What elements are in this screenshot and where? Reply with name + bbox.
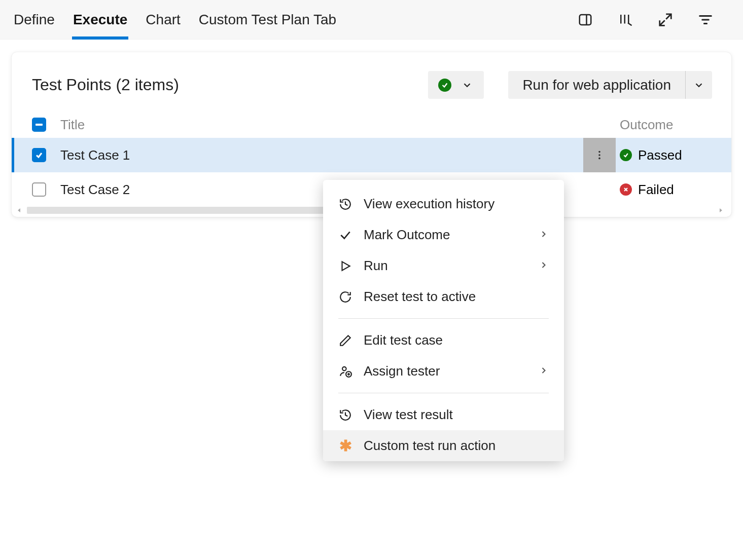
svg-line-5 bbox=[666, 14, 671, 19]
menu-item-run[interactable]: Run bbox=[323, 250, 564, 281]
chevron-down-icon bbox=[693, 80, 704, 91]
tab-chart[interactable]: Chart bbox=[145, 0, 181, 39]
history-icon bbox=[338, 197, 352, 211]
chevron-right-icon bbox=[539, 229, 549, 241]
refresh-icon bbox=[338, 290, 352, 304]
menu-label: Custom test run action bbox=[364, 438, 549, 454]
svg-rect-0 bbox=[580, 15, 591, 25]
menu-item-custom-test-run-action[interactable]: ✱ Custom test run action bbox=[323, 430, 564, 461]
outcome-label: Failed bbox=[638, 182, 674, 198]
passed-status-icon bbox=[438, 79, 451, 92]
tab-execute[interactable]: Execute bbox=[72, 0, 128, 39]
row-title: Test Case 1 bbox=[60, 147, 583, 163]
column-header-outcome[interactable]: Outcome bbox=[620, 117, 711, 133]
assign-person-icon bbox=[338, 364, 352, 379]
menu-label: Run bbox=[364, 258, 527, 274]
tab-define[interactable]: Define bbox=[13, 0, 56, 39]
select-all-checkbox[interactable] bbox=[32, 118, 46, 132]
svg-line-6 bbox=[660, 20, 665, 25]
more-vertical-icon bbox=[594, 150, 605, 161]
asterisk-icon: ✱ bbox=[338, 439, 352, 453]
pencil-icon bbox=[338, 333, 352, 348]
table-row[interactable]: Test Case 1 Passed bbox=[12, 138, 731, 172]
menu-label: Mark Outcome bbox=[364, 227, 527, 243]
passed-status-icon bbox=[620, 149, 632, 161]
tabs-group: Define Execute Chart Custom Test Plan Ta… bbox=[13, 0, 337, 39]
scrollbar-thumb[interactable] bbox=[27, 207, 331, 214]
chevron-right-icon bbox=[539, 365, 549, 378]
menu-label: View execution history bbox=[364, 196, 549, 212]
svg-point-11 bbox=[598, 154, 600, 156]
menu-item-assign-tester[interactable]: Assign tester bbox=[323, 356, 564, 387]
menu-label: View test result bbox=[364, 407, 549, 423]
menu-divider bbox=[338, 318, 549, 319]
panel-header: Test Points (2 items) Run for web applic… bbox=[12, 52, 731, 111]
chevron-right-icon bbox=[539, 260, 549, 272]
menu-item-view-test-result[interactable]: View test result bbox=[323, 399, 564, 430]
row-checkbox[interactable] bbox=[32, 148, 46, 162]
fullscreen-icon[interactable] bbox=[657, 11, 674, 28]
menu-item-reset-test-to-active[interactable]: Reset test to active bbox=[323, 281, 564, 312]
tab-custom-test-plan[interactable]: Custom Test Plan Tab bbox=[198, 0, 337, 39]
outcome-dropdown-button[interactable] bbox=[428, 71, 484, 99]
history-icon bbox=[338, 408, 352, 422]
tabbar-actions bbox=[577, 11, 730, 28]
row-checkbox[interactable] bbox=[32, 182, 46, 197]
side-panel-toggle-icon[interactable] bbox=[577, 11, 594, 28]
svg-point-10 bbox=[598, 151, 600, 153]
menu-divider bbox=[338, 393, 549, 393]
run-button-label: Run for web application bbox=[508, 77, 685, 93]
menu-label: Assign tester bbox=[364, 363, 527, 379]
row-context-menu: View execution history Mark Outcome Run … bbox=[323, 180, 564, 461]
row-outcome: Passed bbox=[620, 147, 711, 163]
scroll-left-arrow-icon[interactable] bbox=[17, 206, 25, 214]
svg-point-21 bbox=[342, 366, 346, 370]
svg-marker-18 bbox=[18, 208, 20, 212]
menu-label: Edit test case bbox=[364, 332, 549, 348]
chevron-down-icon bbox=[462, 80, 473, 91]
panel-title: Test Points (2 items) bbox=[32, 76, 179, 94]
menu-item-mark-outcome[interactable]: Mark Outcome bbox=[323, 219, 564, 250]
svg-marker-20 bbox=[342, 262, 350, 270]
menu-item-edit-test-case[interactable]: Edit test case bbox=[323, 325, 564, 356]
row-outcome: Failed bbox=[620, 182, 711, 198]
failed-status-icon bbox=[620, 183, 632, 196]
column-header-title[interactable]: Title bbox=[60, 117, 620, 133]
run-button-split[interactable] bbox=[685, 71, 712, 99]
outcome-label: Passed bbox=[638, 147, 682, 163]
svg-marker-19 bbox=[720, 208, 722, 212]
check-icon bbox=[338, 228, 352, 242]
svg-point-12 bbox=[598, 158, 600, 160]
scroll-right-arrow-icon[interactable] bbox=[718, 206, 726, 214]
row-more-actions-button[interactable] bbox=[583, 138, 616, 172]
play-icon bbox=[338, 259, 352, 273]
table-header: Title Outcome bbox=[12, 111, 731, 138]
run-for-web-application-button[interactable]: Run for web application bbox=[508, 71, 712, 99]
tabbar: Define Execute Chart Custom Test Plan Ta… bbox=[0, 0, 743, 40]
column-settings-icon[interactable] bbox=[617, 11, 634, 28]
menu-item-view-execution-history[interactable]: View execution history bbox=[323, 189, 564, 219]
filter-icon[interactable] bbox=[697, 11, 714, 28]
menu-label: Reset test to active bbox=[364, 289, 549, 305]
